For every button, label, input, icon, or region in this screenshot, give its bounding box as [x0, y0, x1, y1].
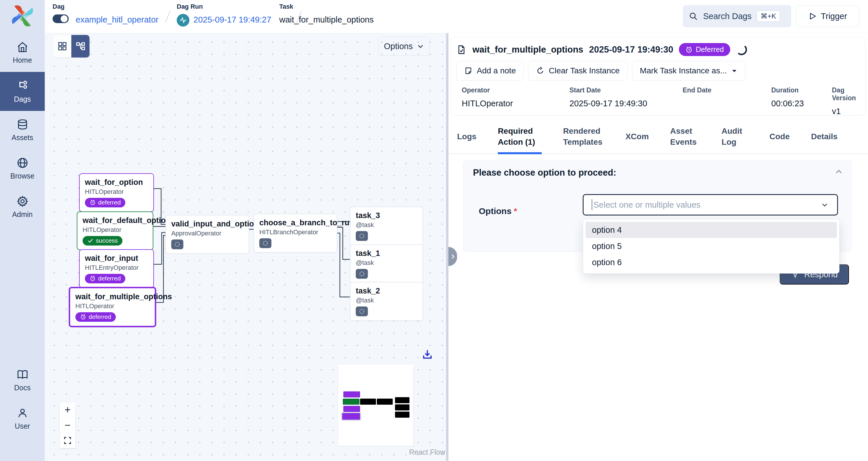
minimap-node: [343, 391, 360, 397]
clock-icon: [685, 46, 693, 54]
chevron-down-icon[interactable]: [820, 201, 829, 209]
task-instance-panel: wait_for_multiple_options 2025-09-17 19:…: [448, 33, 868, 461]
required-action-prompt: Please choose option to proceed:: [473, 167, 616, 178]
clear-task-instance-button[interactable]: Clear Task Instance: [528, 61, 627, 81]
state-badge: deferred: [85, 274, 125, 283]
meta-end-date: End Date: [683, 86, 712, 99]
task-node-wait-for-default-option[interactable]: wait_for_default_option HITLOperator suc…: [77, 211, 153, 250]
node-operator: @task: [356, 297, 417, 304]
state-badge: deferred: [75, 312, 116, 322]
minimap-node: [343, 399, 360, 405]
tab-rendered-templates[interactable]: Rendered Templates: [563, 120, 604, 154]
sidebar-item-docs[interactable]: Docs: [0, 361, 45, 399]
clock-icon: [90, 275, 96, 282]
tab-required-action[interactable]: Required Action (1): [498, 120, 542, 154]
database-icon: [17, 118, 29, 130]
breadcrumb-dagrun-link[interactable]: 2025-09-17 19:49:27: [193, 15, 271, 25]
play-icon: [808, 12, 817, 21]
tab-asset-events[interactable]: Asset Events: [670, 120, 700, 154]
node-operator: HITLOperator: [83, 226, 148, 234]
minimap-node-selected: [342, 413, 360, 420]
dropdown-option[interactable]: option 4: [586, 222, 837, 238]
task-instance-timestamp: 2025-09-17 19:49:30: [589, 44, 673, 55]
task-node-wait-for-multiple-options[interactable]: wait_for_multiple_options HITLOperator d…: [69, 287, 156, 327]
breadcrumb-dag-link[interactable]: example_hitl_operator: [76, 15, 158, 25]
meta-duration: Duration 00:06:23: [771, 86, 804, 108]
loading-spinner: [736, 44, 747, 55]
add-note-button[interactable]: Add a note: [456, 61, 524, 81]
options-multiselect-input[interactable]: Select one or multiple values: [583, 194, 838, 215]
graph-options-button[interactable]: Options: [378, 37, 430, 56]
status-badge: Deferred: [679, 43, 730, 56]
note-icon: [464, 66, 473, 75]
meta-dag-version: Dag Version v1: [832, 86, 857, 116]
sidebar-item-assets[interactable]: Assets: [0, 111, 45, 149]
task-instance-tabs: Logs Required Action (1) Rendered Templa…: [448, 120, 868, 154]
search-dags-button[interactable]: Search Dags ⌘+K: [683, 5, 791, 27]
chevron-up-icon[interactable]: [835, 167, 843, 176]
dropdown-option[interactable]: option 6: [586, 254, 837, 270]
search-shortcut-kbd: ⌘+K: [757, 11, 780, 22]
task-instance-header-card: wait_for_multiple_options 2025-09-17 19:…: [451, 37, 866, 116]
minimap-node: [395, 397, 409, 403]
graph-minimap[interactable]: [338, 365, 413, 446]
sidebar-item-dags[interactable]: Dags: [0, 72, 45, 111]
sidebar-item-admin[interactable]: Admin: [0, 188, 45, 226]
tab-logs[interactable]: Logs: [457, 120, 476, 154]
task-node-wait-for-option[interactable]: wait_for_option HITLOperator deferred: [79, 173, 154, 212]
trigger-button[interactable]: Trigger: [796, 5, 859, 27]
meta-start-date: Start Date 2025-09-17 19:49:30: [569, 86, 647, 108]
download-graph-icon[interactable]: [421, 348, 434, 361]
globe-icon: [17, 157, 29, 169]
refresh-icon: [536, 66, 545, 75]
tab-details[interactable]: Details: [811, 120, 838, 154]
minimap-node: [395, 411, 409, 418]
node-operator: HITLBranchOperator: [259, 228, 332, 236]
grid-view-button[interactable]: [53, 35, 71, 58]
state-badge: deferred: [85, 198, 125, 207]
chevron-right-icon: [450, 253, 456, 260]
breadcrumb-separator: [165, 11, 170, 23]
user-icon: [17, 407, 29, 419]
airflow-logo: [0, 0, 45, 32]
dropdown-option[interactable]: option 5: [586, 238, 837, 254]
clock-icon: [90, 199, 96, 206]
clock-icon: [80, 314, 86, 320]
book-icon: [17, 369, 29, 381]
no-status-icon: [259, 238, 272, 248]
tab-audit-log[interactable]: Audit Log: [722, 120, 748, 154]
sidebar-item-label: Browse: [10, 172, 34, 180]
text-caret: [592, 199, 592, 210]
task-node-choose-a-branch-to-run[interactable]: choose_a_branch_to_run HITLBranchOperato…: [253, 214, 337, 253]
minimap-node: [377, 399, 393, 405]
sidebar-item-user[interactable]: User: [0, 399, 45, 438]
zoom-in-button[interactable]: +: [60, 402, 75, 418]
check-icon: [87, 238, 94, 244]
task-node-task-1[interactable]: task_1 @task: [350, 244, 423, 283]
task-node-wait-for-input[interactable]: wait_for_input HITLEntryOperator deferre…: [79, 249, 154, 288]
sidebar-item-label: User: [15, 422, 30, 430]
dag-graph-canvas[interactable]: Options wait_for_option HITLOperator def…: [45, 33, 446, 461]
sidebar-item-home[interactable]: Home: [0, 33, 45, 72]
top-bar: Dag example_hitl_operator Dag Run 2025-0…: [45, 0, 868, 33]
panel-resize-divider[interactable]: [446, 33, 448, 461]
tab-xcom[interactable]: XCom: [625, 120, 649, 154]
sidebar-item-label: Home: [13, 56, 32, 64]
task-node-task-2[interactable]: task_2 @task: [350, 282, 423, 321]
fit-view-button[interactable]: [60, 433, 75, 448]
no-status-icon: [356, 306, 368, 316]
node-operator: HITLEntryOperator: [85, 264, 148, 272]
options-field-label: Options*: [479, 206, 517, 216]
zoom-out-button[interactable]: −: [60, 418, 75, 433]
tab-code[interactable]: Code: [770, 120, 790, 154]
node-title: wait_for_option: [85, 178, 148, 187]
zoom-controls: + −: [60, 402, 75, 448]
graph-view-button[interactable]: [71, 35, 90, 58]
mark-task-instance-as-button[interactable]: Mark Task Instance as...: [632, 61, 746, 81]
minimap-node: [360, 399, 376, 405]
task-node-valid-input-and-options[interactable]: valid_input_and_options ApprovalOperator: [165, 215, 249, 254]
node-title: task_3: [356, 211, 417, 220]
sidebar-item-browse[interactable]: Browse: [0, 149, 45, 188]
task-node-task-3[interactable]: task_3 @task: [350, 207, 423, 246]
dag-pause-toggle[interactable]: [53, 14, 69, 23]
